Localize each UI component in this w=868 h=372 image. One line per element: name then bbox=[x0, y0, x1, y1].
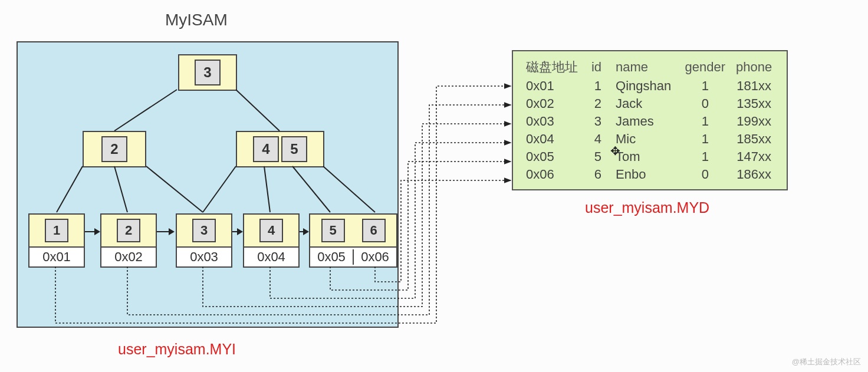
cell-gender: 1 bbox=[679, 77, 731, 95]
data-file-label: user_myisam.MYD bbox=[585, 199, 709, 216]
disk-address: 0x05 bbox=[310, 249, 353, 265]
disk-address: 0x03 bbox=[177, 249, 231, 265]
table-row: 0x01 1 Qingshan 1 181xx bbox=[522, 77, 777, 95]
cell-name: Qingshan bbox=[612, 77, 679, 95]
index-file-label: user_myisam.MYI bbox=[118, 341, 236, 358]
disk-address: 0x02 bbox=[101, 249, 156, 265]
data-table: 磁盘地址 id name gender phone 0x01 1 Qingsha… bbox=[522, 57, 777, 183]
disk-address: 0x01 bbox=[29, 249, 84, 265]
cell-id: 5 bbox=[586, 148, 612, 166]
cell-addr: 0x06 bbox=[522, 166, 586, 183]
cell-gender: 0 bbox=[679, 95, 731, 113]
index-panel: 3 2 4 5 1 0x01 2 0x02 3 0x03 4 0x04 5 6 … bbox=[17, 41, 399, 328]
tree-internal-node: 4 5 bbox=[236, 131, 324, 167]
tree-key: 3 bbox=[195, 60, 221, 85]
leaf-link-arrow-icon bbox=[85, 231, 99, 232]
col-id: id bbox=[586, 57, 612, 77]
diagram-title: MyISAM bbox=[165, 11, 228, 29]
cell-phone: 181xx bbox=[731, 77, 777, 95]
table-row: 0x02 2 Jack 0 135xx bbox=[522, 95, 777, 113]
cell-phone: 135xx bbox=[731, 95, 777, 113]
col-gender: gender bbox=[679, 57, 731, 77]
col-name: name bbox=[612, 57, 679, 77]
cell-name: Enbo bbox=[612, 166, 679, 183]
cell-name: James bbox=[612, 113, 679, 130]
table-row: 0x04 4 Mic 1 185xx bbox=[522, 130, 777, 148]
tree-key: 5 bbox=[281, 136, 307, 162]
table-header-row: 磁盘地址 id name gender phone bbox=[522, 57, 777, 77]
tree-key: 2 bbox=[117, 219, 140, 242]
cell-phone: 185xx bbox=[731, 130, 777, 148]
tree-leaf-node: 2 0x02 bbox=[100, 213, 157, 268]
cell-gender: 1 bbox=[679, 130, 731, 148]
tree-leaf-node: 4 0x04 bbox=[243, 213, 300, 268]
tree-key: 1 bbox=[45, 219, 68, 242]
cell-phone: 147xx bbox=[731, 148, 777, 166]
tree-leaf-node: 5 6 0x05 0x06 bbox=[309, 213, 397, 268]
data-panel: 磁盘地址 id name gender phone 0x01 1 Qingsha… bbox=[512, 50, 788, 190]
tree-key: 5 bbox=[321, 219, 345, 242]
table-row: 0x06 6 Enbo 0 186xx bbox=[522, 166, 777, 183]
cell-addr: 0x04 bbox=[522, 130, 586, 148]
tree-root-node: 3 bbox=[178, 54, 237, 91]
col-addr: 磁盘地址 bbox=[522, 57, 586, 77]
leaf-link-arrow-icon bbox=[157, 231, 173, 232]
cell-addr: 0x02 bbox=[522, 95, 586, 113]
cell-id: 4 bbox=[586, 130, 612, 148]
watermark: @稀土掘金技术社区 bbox=[792, 357, 861, 367]
cell-gender: 0 bbox=[679, 166, 731, 183]
cell-name: Tom bbox=[612, 148, 679, 166]
table-row: 0x03 3 James 1 199xx bbox=[522, 113, 777, 130]
cell-addr: 0x01 bbox=[522, 77, 586, 95]
tree-leaf-node: 1 0x01 bbox=[28, 213, 85, 268]
tree-leaf-node: 3 0x03 bbox=[176, 213, 232, 268]
tree-internal-node: 2 bbox=[83, 131, 146, 167]
cell-id: 2 bbox=[586, 95, 612, 113]
disk-address: 0x04 bbox=[244, 249, 298, 265]
leaf-link-arrow-icon bbox=[300, 231, 308, 232]
cell-addr: 0x03 bbox=[522, 113, 586, 130]
cell-name: Jack bbox=[612, 95, 679, 113]
tree-key: 3 bbox=[192, 219, 216, 242]
disk-address: 0x06 bbox=[353, 249, 396, 265]
cell-phone: 199xx bbox=[731, 113, 777, 130]
cell-id: 3 bbox=[586, 113, 612, 130]
cell-phone: 186xx bbox=[731, 166, 777, 183]
cell-id: 6 bbox=[586, 166, 612, 183]
tree-key: 6 bbox=[362, 219, 386, 242]
cell-gender: 1 bbox=[679, 148, 731, 166]
leaf-link-arrow-icon bbox=[232, 231, 242, 232]
cell-gender: 1 bbox=[679, 113, 731, 130]
cell-name: Mic bbox=[612, 130, 679, 148]
cell-addr: 0x05 bbox=[522, 148, 586, 166]
cell-id: 1 bbox=[586, 77, 612, 95]
table-row: 0x05 5 Tom 1 147xx bbox=[522, 148, 777, 166]
tree-key: 4 bbox=[253, 136, 279, 162]
tree-key: 4 bbox=[259, 219, 283, 242]
col-phone: phone bbox=[731, 57, 777, 77]
tree-key: 2 bbox=[101, 136, 127, 162]
